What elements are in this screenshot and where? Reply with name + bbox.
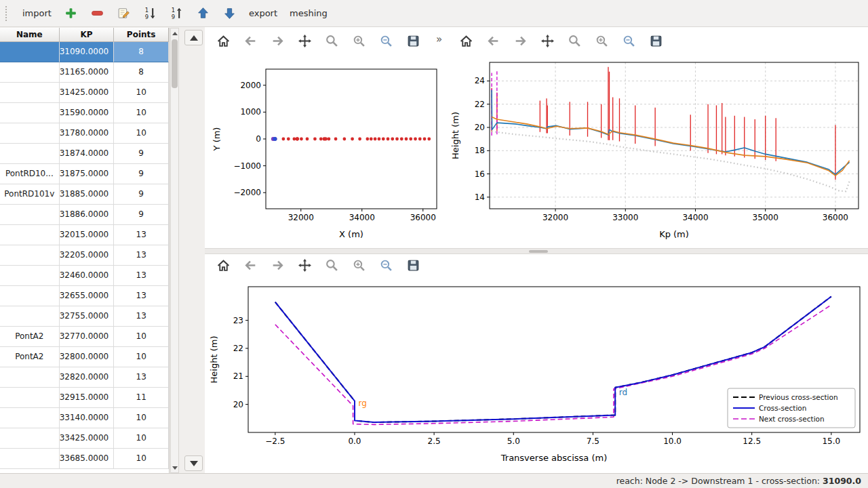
back-button[interactable] (241, 32, 260, 50)
pan-button[interactable] (296, 256, 314, 274)
save-button[interactable] (404, 256, 422, 274)
table-row[interactable]: 32015.000013 (0, 225, 169, 245)
table-row[interactable]: PontA232800.000010 (0, 347, 169, 367)
scroll-bottom-button[interactable] (184, 455, 203, 471)
cell-kp[interactable]: 32770.0000 (60, 327, 115, 347)
cell-points[interactable]: 9 (114, 144, 169, 164)
cell-name[interactable] (0, 428, 60, 449)
save-button[interactable] (404, 32, 422, 50)
import-button[interactable]: import (19, 3, 55, 24)
cell-points[interactable]: 13 (114, 266, 169, 286)
cell-name[interactable] (0, 367, 60, 388)
cell-kp[interactable]: 32015.0000 (60, 225, 115, 245)
cell-kp[interactable]: 31886.0000 (60, 205, 115, 225)
table-row[interactable]: 31780.000010 (0, 123, 169, 144)
cell-points[interactable]: 9 (114, 164, 169, 184)
zoom-button[interactable] (323, 256, 341, 274)
table-row[interactable]: 32915.000011 (0, 388, 169, 408)
plan-view-chart[interactable]: 320003400036000−2000−1000010002000X (m)Y… (206, 54, 446, 248)
cell-points[interactable]: 10 (114, 408, 169, 428)
sort-ascending-button[interactable]: 19 (166, 3, 187, 24)
table-row[interactable]: 31090.00008 (0, 42, 169, 62)
cell-kp[interactable]: 31590.0000 (60, 103, 115, 123)
cell-points[interactable]: 10 (114, 449, 169, 469)
cell-kp[interactable]: 31425.0000 (60, 83, 115, 103)
meshing-button[interactable]: meshing (286, 3, 331, 24)
cell-kp[interactable]: 31780.0000 (60, 123, 115, 144)
table-row[interactable]: 32460.000013 (0, 266, 169, 286)
cell-name[interactable] (0, 245, 60, 266)
cell-points[interactable]: 13 (114, 306, 169, 327)
cell-name[interactable] (0, 144, 60, 164)
cell-points[interactable]: 10 (114, 123, 169, 144)
cell-kp[interactable]: 32800.0000 (60, 347, 115, 367)
cell-name[interactable] (0, 266, 60, 286)
cell-name[interactable] (0, 449, 60, 469)
table-row[interactable]: 32755.000013 (0, 306, 169, 327)
cell-points[interactable]: 13 (114, 286, 169, 306)
cell-name[interactable]: PontA2 (0, 327, 60, 347)
cell-name[interactable] (0, 286, 60, 306)
table-row[interactable]: 31590.000010 (0, 103, 169, 123)
table-scrollbar[interactable] (170, 28, 179, 473)
cell-kp[interactable]: 32915.0000 (60, 388, 115, 408)
cell-kp[interactable]: 31874.0000 (60, 144, 115, 164)
cell-name[interactable] (0, 388, 60, 408)
cell-kp[interactable]: 33685.0000 (60, 449, 115, 469)
table-row[interactable]: 32205.000013 (0, 245, 169, 266)
column-header-points[interactable]: Points (114, 28, 169, 42)
cell-kp[interactable]: 32820.0000 (60, 367, 115, 388)
cell-points[interactable]: 10 (114, 428, 169, 449)
cell-kp[interactable]: 33140.0000 (60, 408, 115, 428)
add-section-button[interactable] (60, 3, 81, 24)
scrollbar-down-arrow[interactable] (171, 464, 178, 472)
cell-points[interactable]: 8 (114, 42, 169, 62)
customize-button[interactable] (377, 256, 395, 274)
sort-descending-button[interactable]: 19 (140, 3, 161, 24)
edit-section-button[interactable] (113, 3, 134, 24)
zoom-button[interactable] (323, 32, 341, 50)
longitudinal-profile-chart[interactable]: 3200033000340003500036000141618202224Kp … (448, 54, 867, 248)
cell-points[interactable]: 9 (114, 205, 169, 225)
home-button[interactable] (214, 256, 233, 274)
table-row[interactable]: 32655.000013 (0, 286, 169, 306)
cell-points[interactable]: 13 (114, 225, 169, 245)
cell-kp[interactable]: 32460.0000 (60, 266, 115, 286)
subplots-button[interactable] (350, 256, 368, 274)
forward-button[interactable] (269, 256, 287, 274)
subplots-button[interactable] (350, 32, 368, 50)
scroll-top-button[interactable] (184, 30, 203, 45)
cell-name[interactable] (0, 123, 60, 144)
toolbar-overflow-chevron[interactable]: » (436, 33, 442, 45)
cell-name[interactable]: PontRD101v (0, 184, 60, 205)
cell-name[interactable] (0, 205, 60, 225)
cell-name[interactable]: PontRD10... (0, 164, 60, 184)
table-row[interactable]: 31425.000010 (0, 83, 169, 103)
save-button[interactable] (647, 32, 665, 50)
subplots-button[interactable] (593, 32, 611, 50)
column-header-name[interactable]: Name (0, 28, 60, 42)
cell-kp[interactable]: 31165.0000 (60, 62, 115, 83)
cell-kp[interactable]: 33425.0000 (60, 428, 115, 449)
column-header-kp[interactable]: KP (60, 28, 115, 42)
zoom-button[interactable] (566, 32, 584, 50)
cell-points[interactable]: 13 (114, 367, 169, 388)
table-row[interactable]: 33140.000010 (0, 408, 169, 428)
cell-kp[interactable]: 31875.0000 (60, 164, 115, 184)
home-button[interactable] (214, 32, 233, 50)
cell-name[interactable] (0, 408, 60, 428)
table-row[interactable]: 31165.00008 (0, 62, 169, 83)
scrollbar-thumb[interactable] (172, 39, 178, 88)
move-down-button[interactable] (219, 3, 240, 24)
home-button[interactable] (457, 32, 475, 50)
cell-name[interactable]: PontA2 (0, 347, 60, 367)
customize-button[interactable] (377, 32, 395, 50)
cell-name[interactable] (0, 103, 60, 123)
export-button[interactable]: export (245, 3, 281, 24)
table-row[interactable]: 31886.00009 (0, 205, 169, 225)
cell-kp[interactable]: 31090.0000 (60, 42, 115, 62)
table-row[interactable]: 32820.000013 (0, 367, 169, 388)
cell-kp[interactable]: 31885.0000 (60, 184, 115, 205)
remove-section-button[interactable] (87, 3, 108, 24)
cell-kp[interactable]: 32755.0000 (60, 306, 115, 327)
